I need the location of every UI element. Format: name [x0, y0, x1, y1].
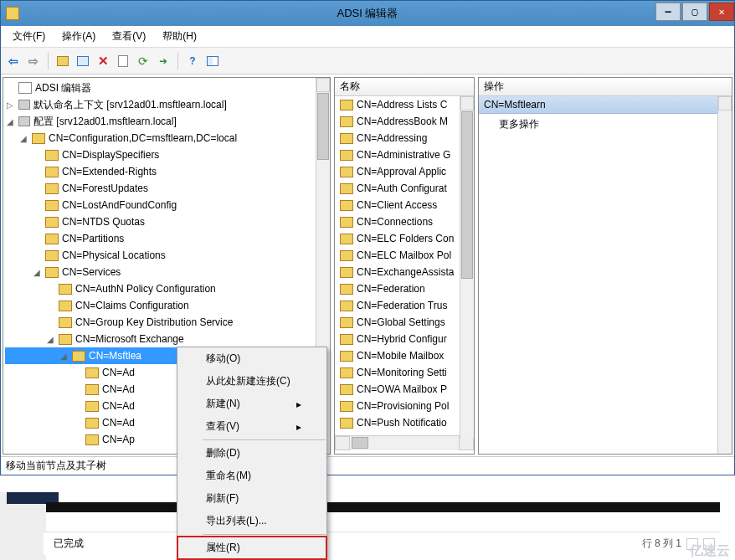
- tree-toggle-icon[interactable]: ◢: [5, 117, 15, 126]
- list-item[interactable]: CN=Federation: [335, 280, 474, 297]
- tree-node[interactable]: ◢ 配置 [srv12ad01.msftlearn.local]: [5, 113, 328, 130]
- list-item[interactable]: CN=Provisioning Pol: [335, 398, 474, 414]
- scroll-up-icon[interactable]: [316, 78, 330, 92]
- menubar: 文件(F) 操作(A) 查看(V) 帮助(H): [1, 26, 734, 48]
- context-menu-item[interactable]: 新建(N) ▸: [177, 393, 326, 415]
- menu-file[interactable]: 文件(F): [4, 26, 54, 47]
- menu-view[interactable]: 查看(V): [104, 26, 154, 47]
- tree-node[interactable]: CN=LostAndFoundConfig: [5, 197, 328, 213]
- tree-toggle-icon[interactable]: ◢: [18, 134, 28, 143]
- tree-node[interactable]: CN=Group Key Distribution Service: [5, 314, 328, 331]
- list-item-label: CN=Administrative G: [357, 149, 450, 161]
- tree-toggle-icon[interactable]: ◢: [59, 352, 69, 361]
- actions-scrollbar[interactable]: [717, 96, 732, 454]
- scroll-thumb[interactable]: [352, 437, 368, 449]
- properties-icon[interactable]: [114, 52, 132, 70]
- up-folder-icon[interactable]: [54, 52, 72, 70]
- context-menu-item[interactable]: 移动(O): [177, 347, 326, 370]
- list-item[interactable]: CN=Auth Configurat: [335, 180, 474, 197]
- tree-node[interactable]: CN=Extended-Rights: [5, 163, 328, 180]
- context-menu-item[interactable]: 删除(D): [177, 442, 326, 465]
- context-menu-item[interactable]: 刷新(F): [177, 487, 326, 510]
- list-item[interactable]: CN=Address Lists C: [335, 96, 474, 113]
- tree-node[interactable]: ◢ CN=Configuration,DC=msftlearn,DC=local: [5, 130, 328, 146]
- context-menu-item[interactable]: 导出列表(L)...: [177, 510, 326, 532]
- scroll-left-icon[interactable]: [335, 436, 350, 450]
- tree-label: ADSI 编辑器: [35, 81, 91, 95]
- list-item-label: CN=AddressBook M: [357, 116, 448, 127]
- scroll-up-icon[interactable]: [460, 96, 474, 110]
- list-item[interactable]: CN=ELC Folders Con: [335, 230, 474, 247]
- list-item[interactable]: CN=Global Settings: [335, 314, 474, 331]
- help-icon[interactable]: ?: [183, 52, 202, 70]
- context-menu-item[interactable]: 从此处新建连接(C): [177, 370, 326, 393]
- scroll-up-icon[interactable]: [718, 96, 732, 110]
- tree-toggle-icon[interactable]: ◢: [45, 335, 55, 344]
- menu-help[interactable]: 帮助(H): [154, 26, 205, 47]
- refresh-icon[interactable]: ⟳: [134, 52, 152, 70]
- column-icon[interactable]: [203, 52, 222, 70]
- list-item[interactable]: CN=OWA Mailbox P: [335, 381, 474, 398]
- list-item-label: CN=ExchangeAssista: [357, 266, 454, 278]
- actions-selected-node[interactable]: CN=Msftlearn ▴: [479, 96, 732, 114]
- back-icon[interactable]: ⇦: [4, 52, 23, 70]
- folder-icon: [340, 217, 353, 228]
- actions-more-label: 更多操作: [499, 117, 539, 131]
- list-body[interactable]: CN=Address Lists C CN=AddressBook M CN=A…: [335, 96, 474, 435]
- actions-more[interactable]: 更多操作 ▸: [479, 114, 732, 135]
- list-item[interactable]: CN=Federation Trus: [335, 297, 474, 314]
- minimize-button[interactable]: —: [655, 3, 681, 21]
- titlebar[interactable]: ADSI 编辑器 — ▢ ✕: [1, 1, 734, 26]
- list-item[interactable]: CN=Addressing: [335, 130, 474, 146]
- close-button[interactable]: ✕: [709, 3, 734, 21]
- list-header-name[interactable]: 名称: [335, 78, 474, 96]
- tree-node[interactable]: CN=Partitions: [5, 230, 328, 247]
- folder-icon: [340, 167, 353, 177]
- list-item[interactable]: CN=Approval Applic: [335, 163, 474, 180]
- tree-node[interactable]: ◢ CN=Services: [5, 264, 328, 280]
- tree-node[interactable]: CN=AuthN Policy Configuration: [5, 280, 328, 297]
- list-item[interactable]: CN=Mobile Mailbox: [335, 347, 474, 364]
- context-menu-item[interactable]: 查看(V) ▸: [177, 415, 326, 438]
- context-menu-item[interactable]: 属性(R): [177, 537, 326, 559]
- list-item[interactable]: CN=ELC Mailbox Pol: [335, 247, 474, 264]
- maximize-button[interactable]: ▢: [682, 3, 707, 21]
- scroll-thumb[interactable]: [461, 111, 473, 279]
- forward-icon[interactable]: ⇨: [24, 52, 43, 70]
- tree-node[interactable]: ◢ CN=Microsoft Exchange: [5, 331, 328, 347]
- menu-action[interactable]: 操作(A): [54, 26, 104, 47]
- list-item[interactable]: CN=Connections: [335, 213, 474, 230]
- export-icon[interactable]: ➜: [154, 52, 172, 70]
- tree-toggle-icon[interactable]: ▷: [5, 100, 15, 110]
- tree-node[interactable]: ▷ 默认命名上下文 [srv12ad01.msftlearn.local]: [5, 96, 328, 113]
- folder-icon: [340, 100, 353, 110]
- content-area: ADSI 编辑器 ▷ 默认命名上下文 [srv12ad01.msftlearn.…: [1, 74, 734, 456]
- tree-node[interactable]: CN=DisplaySpecifiers: [5, 146, 328, 163]
- list-hscrollbar[interactable]: [335, 435, 474, 450]
- tree-label: CN=Services: [62, 266, 121, 278]
- tree-toggle-icon[interactable]: ◢: [32, 268, 42, 277]
- tree-node[interactable]: ADSI 编辑器: [5, 80, 328, 96]
- list-vscrollbar[interactable]: [460, 96, 474, 439]
- list-item[interactable]: CN=Monitoring Setti: [335, 364, 474, 381]
- list-item-label: CN=Federation Trus: [357, 300, 447, 311]
- pane-toggle-icon[interactable]: [74, 52, 92, 70]
- editor-icon: [18, 82, 32, 94]
- delete-icon[interactable]: ✕: [94, 52, 112, 70]
- tree-node[interactable]: CN=NTDS Quotas: [5, 213, 328, 230]
- folder-icon: [59, 334, 72, 345]
- list-item[interactable]: CN=Client Access: [335, 197, 474, 213]
- folder-icon: [45, 150, 59, 161]
- list-item[interactable]: CN=AddressBook M: [335, 113, 474, 130]
- context-menu-item[interactable]: 重命名(M): [177, 465, 326, 487]
- list-item[interactable]: CN=Hybrid Configur: [335, 331, 474, 347]
- tree-node[interactable]: CN=Claims Configuration: [5, 297, 328, 314]
- tree-node[interactable]: CN=ForestUpdates: [5, 180, 328, 197]
- actions-pane: 操作 CN=Msftlearn ▴ 更多操作 ▸: [478, 77, 732, 455]
- tree-node[interactable]: CN=Physical Locations: [5, 247, 328, 264]
- list-item[interactable]: CN=ExchangeAssista: [335, 264, 474, 280]
- list-item[interactable]: CN=Push Notificatio: [335, 414, 474, 431]
- list-item[interactable]: CN=Administrative G: [335, 146, 474, 163]
- scroll-thumb[interactable]: [317, 93, 329, 160]
- chevron-right-icon: ▸: [296, 398, 301, 410]
